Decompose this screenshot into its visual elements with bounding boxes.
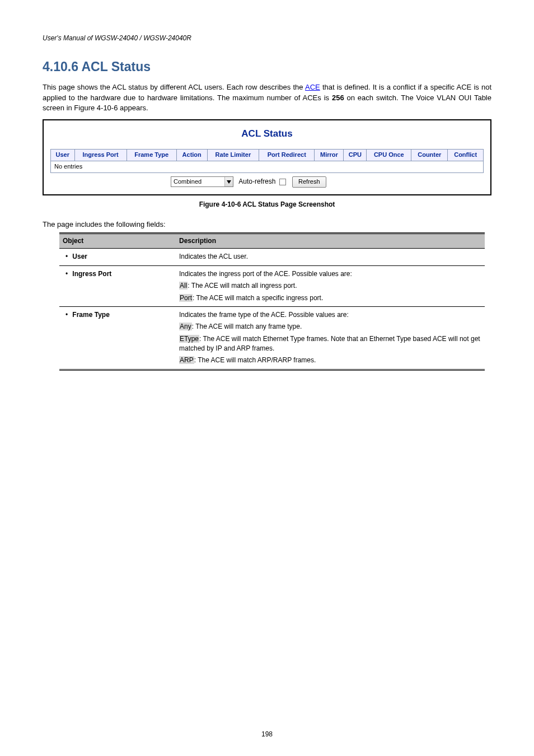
desc-item-rest: : The ACE will match all ingress port. xyxy=(188,282,297,290)
highlight-port: Port xyxy=(179,294,193,302)
fields-table: Object Description • User Indicates the … xyxy=(59,232,485,371)
intro-paragraph: This page shows the ACL status by differ… xyxy=(43,82,491,114)
ace-link[interactable]: ACE xyxy=(305,83,320,91)
fields-row-ingress-port: • Ingress Port Indicates the ingress por… xyxy=(59,265,485,306)
col-action: Action xyxy=(176,149,207,161)
acl-table-header-row: User Ingress Port Frame Type Action Rate… xyxy=(51,149,484,161)
auto-refresh-label: Auto-refresh xyxy=(238,178,275,185)
highlight-arp: ARP xyxy=(179,356,194,364)
col-counter: Counter xyxy=(411,149,448,161)
combined-select-value: Combined xyxy=(174,178,224,186)
chevron-down-icon xyxy=(224,177,233,186)
figure-caption: Figure 4-10-6 ACL Status Page Screenshot xyxy=(43,200,491,209)
desc-item: EType: The ACE will match Ethernet Type … xyxy=(179,334,481,354)
acl-status-table: User Ingress Port Frame Type Action Rate… xyxy=(50,149,484,173)
col-mirror: Mirror xyxy=(315,149,344,161)
desc-item: ARP: The ACE will match ARP/RARP frames. xyxy=(179,356,481,365)
fields-col-object: Object xyxy=(59,233,176,248)
manual-name: User's Manual of WGSW-24040 / WGSW-24040… xyxy=(43,34,491,43)
highlight-all: All xyxy=(179,282,188,290)
bullet-icon: • xyxy=(63,252,71,262)
field-object-frame-type: Frame Type xyxy=(72,311,109,319)
fields-col-description: Description xyxy=(176,233,485,248)
desc-item: Port: The ACE will match a specific ingr… xyxy=(179,293,481,303)
desc-intro: Indicates the frame type of the ACE. Pos… xyxy=(179,310,481,320)
bullet-icon: • xyxy=(63,310,71,320)
desc-item: Any: The ACE will match any frame type. xyxy=(179,322,481,332)
col-cpu: CPU xyxy=(344,149,367,161)
desc-item-rest: : The ACE will match a specific ingress … xyxy=(193,294,323,302)
desc-item: All: The ACE will match all ingress port… xyxy=(179,281,481,291)
field-object-user: User xyxy=(72,253,87,260)
field-desc-frame-type: Indicates the frame type of the ACE. Pos… xyxy=(176,306,485,370)
bullet-icon: • xyxy=(63,269,71,279)
section-number: 4.10.6 xyxy=(43,59,78,74)
desc-item-rest: : The ACE will match any frame type. xyxy=(192,323,302,330)
acl-table-no-entries-row: No entries xyxy=(51,161,484,172)
refresh-button[interactable]: Refresh xyxy=(292,176,326,188)
section-heading: 4.10.6 ACL Status xyxy=(43,58,491,76)
highlight-etype: EType xyxy=(179,335,199,343)
auto-refresh-checkbox[interactable] xyxy=(279,179,286,185)
acl-controls: Combined Auto-refresh Refresh xyxy=(50,176,484,188)
acl-status-title: ACL Status xyxy=(50,127,484,141)
col-port-redirect: Port Redirect xyxy=(259,149,315,161)
col-conflict: Conflict xyxy=(448,149,484,161)
svg-marker-0 xyxy=(227,180,231,184)
fields-row-frame-type: • Frame Type Indicates the frame type of… xyxy=(59,306,485,370)
acl-status-panel: ACL Status User Ingress Port Frame Type … xyxy=(43,119,491,195)
col-frame-type: Frame Type xyxy=(127,149,176,161)
desc-intro: Indicates the ingress port of the ACE. P… xyxy=(179,269,481,279)
col-rate-limiter: Rate Limiter xyxy=(207,149,259,161)
fields-lead-in: The page includes the following fields: xyxy=(43,220,491,230)
section-title: ACL Status xyxy=(82,59,151,74)
desc-item-rest: : The ACE will match ARP/RARP frames. xyxy=(194,356,316,364)
fields-row-user: • User Indicates the ACL user. xyxy=(59,249,485,265)
page-number: 198 xyxy=(0,730,534,739)
field-object-ingress-port: Ingress Port xyxy=(72,270,111,278)
desc-item-rest: : The ACE will match Ethernet Type frame… xyxy=(179,335,480,352)
field-desc-user: Indicates the ACL user. xyxy=(176,249,485,265)
col-ingress-port: Ingress Port xyxy=(74,149,127,161)
fields-table-header: Object Description xyxy=(59,233,485,248)
combined-select[interactable]: Combined xyxy=(171,176,233,187)
acl-table-no-entries: No entries xyxy=(51,161,484,172)
col-user: User xyxy=(51,149,75,161)
col-cpu-once: CPU Once xyxy=(367,149,411,161)
highlight-any: Any xyxy=(179,323,192,330)
field-desc-ingress-port: Indicates the ingress port of the ACE. P… xyxy=(176,265,485,306)
